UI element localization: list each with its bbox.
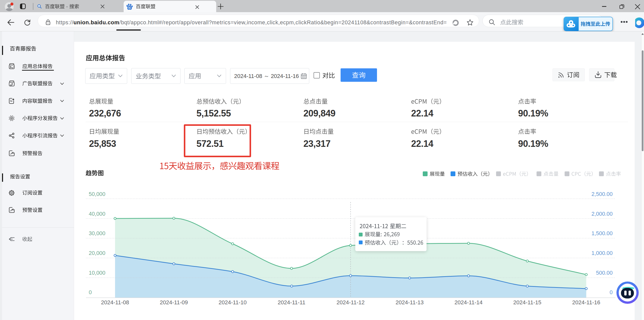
svg-text:40,000: 40,000 [89,211,105,217]
svg-text:2024-11-11: 2024-11-11 [278,299,305,306]
svg-text:20,000: 20,000 [89,250,105,256]
svg-text:50,000: 50,000 [89,191,105,197]
svg-text:10,000: 10,000 [89,270,105,276]
svg-text:30,000: 30,000 [89,230,105,236]
svg-text:2,000.00: 2,000.00 [591,211,613,217]
svg-text:2024-11-08: 2024-11-08 [101,299,129,306]
svg-text:1,500.00: 1,500.00 [591,230,613,236]
svg-text:1,000.00: 1,000.00 [591,250,613,256]
svg-text:2024-11-16: 2024-11-16 [572,299,600,306]
svg-text:500.00: 500.00 [596,270,613,276]
svg-text:2024-11-13: 2024-11-13 [396,299,424,306]
svg-text:2024-11-09: 2024-11-09 [160,299,188,306]
svg-text:du: du [128,7,131,9]
svg-text:2024-11-10: 2024-11-10 [219,299,247,306]
svg-text:2024-11-15: 2024-11-15 [513,299,541,306]
svg-text:2,500.00: 2,500.00 [591,191,613,197]
svg-text:2024-11-14: 2024-11-14 [455,299,483,306]
svg-text:2024-11-12: 2024-11-12 [337,299,365,306]
svg-text:0: 0 [610,289,613,295]
svg-text:0: 0 [89,289,92,295]
